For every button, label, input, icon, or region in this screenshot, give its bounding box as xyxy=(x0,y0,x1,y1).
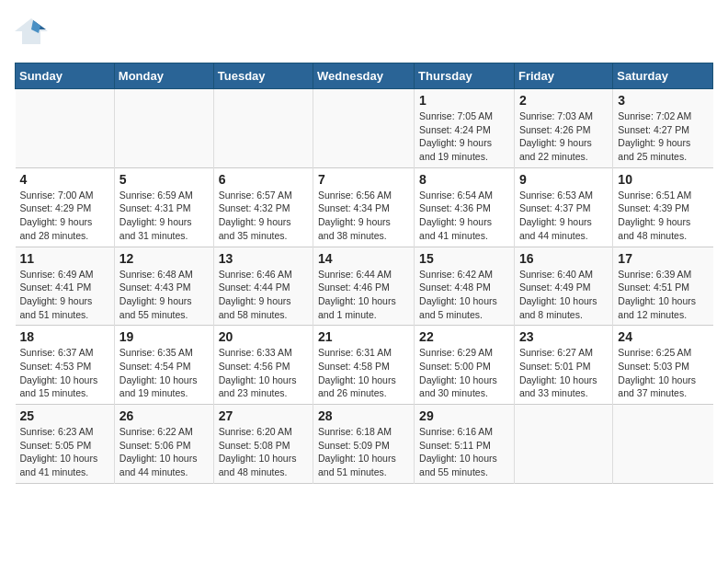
day-info: Sunrise: 6:49 AM Sunset: 4:41 PM Dayligh… xyxy=(20,268,109,322)
day-info: Sunrise: 6:53 AM Sunset: 4:37 PM Dayligh… xyxy=(519,189,608,243)
day-number: 28 xyxy=(318,408,409,423)
day-cell: 20Sunrise: 6:33 AM Sunset: 4:56 PM Dayli… xyxy=(213,326,313,405)
day-number: 17 xyxy=(618,251,708,266)
day-number: 24 xyxy=(618,329,708,344)
day-info: Sunrise: 6:48 AM Sunset: 4:43 PM Dayligh… xyxy=(119,268,209,322)
logo-icon xyxy=(15,15,48,48)
day-number: 15 xyxy=(419,251,509,266)
header-row: SundayMondayTuesdayWednesdayThursdayFrid… xyxy=(16,63,713,89)
day-number: 19 xyxy=(119,329,209,344)
day-info: Sunrise: 6:54 AM Sunset: 4:36 PM Dayligh… xyxy=(419,189,509,243)
day-cell: 16Sunrise: 6:40 AM Sunset: 4:49 PM Dayli… xyxy=(514,247,612,326)
day-cell xyxy=(514,405,612,484)
day-cell: 2Sunrise: 7:03 AM Sunset: 4:26 PM Daylig… xyxy=(514,89,612,168)
day-number: 5 xyxy=(119,172,209,187)
day-info: Sunrise: 6:57 AM Sunset: 4:32 PM Dayligh… xyxy=(219,189,308,243)
day-cell: 11Sunrise: 6:49 AM Sunset: 4:41 PM Dayli… xyxy=(16,247,115,326)
day-number: 20 xyxy=(219,329,308,344)
day-info: Sunrise: 7:02 AM Sunset: 4:27 PM Dayligh… xyxy=(618,109,708,164)
day-cell: 29Sunrise: 6:16 AM Sunset: 5:11 PM Dayli… xyxy=(415,405,515,484)
header-day-tuesday: Tuesday xyxy=(213,63,313,89)
day-cell: 21Sunrise: 6:31 AM Sunset: 4:58 PM Dayli… xyxy=(313,326,415,405)
day-cell xyxy=(613,405,713,484)
day-number: 25 xyxy=(20,408,109,423)
calendar-header: SundayMondayTuesdayWednesdayThursdayFrid… xyxy=(16,63,713,89)
day-info: Sunrise: 6:44 AM Sunset: 4:46 PM Dayligh… xyxy=(318,268,409,322)
header-day-saturday: Saturday xyxy=(613,63,713,89)
day-number: 11 xyxy=(20,251,109,266)
day-cell: 26Sunrise: 6:22 AM Sunset: 5:06 PM Dayli… xyxy=(114,405,213,484)
day-cell: 9Sunrise: 6:53 AM Sunset: 4:37 PM Daylig… xyxy=(514,167,612,247)
week-row-1: 1Sunrise: 7:05 AM Sunset: 4:24 PM Daylig… xyxy=(16,89,713,168)
day-cell: 27Sunrise: 6:20 AM Sunset: 5:08 PM Dayli… xyxy=(213,405,313,484)
day-cell xyxy=(114,89,213,168)
day-info: Sunrise: 6:23 AM Sunset: 5:05 PM Dayligh… xyxy=(20,425,109,479)
day-cell: 15Sunrise: 6:42 AM Sunset: 4:48 PM Dayli… xyxy=(415,247,515,326)
day-info: Sunrise: 6:51 AM Sunset: 4:39 PM Dayligh… xyxy=(618,189,708,243)
day-info: Sunrise: 7:05 AM Sunset: 4:24 PM Dayligh… xyxy=(419,109,509,164)
day-info: Sunrise: 6:37 AM Sunset: 4:53 PM Dayligh… xyxy=(20,346,109,400)
day-info: Sunrise: 6:31 AM Sunset: 4:58 PM Dayligh… xyxy=(318,346,409,400)
header-day-wednesday: Wednesday xyxy=(313,63,415,89)
day-info: Sunrise: 6:40 AM Sunset: 4:49 PM Dayligh… xyxy=(519,268,608,322)
day-number: 12 xyxy=(119,251,209,266)
day-cell: 18Sunrise: 6:37 AM Sunset: 4:53 PM Dayli… xyxy=(16,326,115,405)
day-cell: 5Sunrise: 6:59 AM Sunset: 4:31 PM Daylig… xyxy=(114,167,213,247)
day-number: 27 xyxy=(219,408,308,423)
day-cell: 6Sunrise: 6:57 AM Sunset: 4:32 PM Daylig… xyxy=(213,167,313,247)
day-info: Sunrise: 6:16 AM Sunset: 5:11 PM Dayligh… xyxy=(419,425,509,479)
day-info: Sunrise: 6:25 AM Sunset: 5:03 PM Dayligh… xyxy=(618,346,708,400)
day-number: 8 xyxy=(419,172,509,187)
day-number: 29 xyxy=(419,408,509,423)
day-cell: 19Sunrise: 6:35 AM Sunset: 4:54 PM Dayli… xyxy=(114,326,213,405)
day-info: Sunrise: 6:39 AM Sunset: 4:51 PM Dayligh… xyxy=(618,268,708,322)
day-cell xyxy=(16,89,115,168)
logo xyxy=(15,15,51,52)
day-cell xyxy=(313,89,415,168)
day-cell: 1Sunrise: 7:05 AM Sunset: 4:24 PM Daylig… xyxy=(415,89,515,168)
day-number: 16 xyxy=(519,251,608,266)
day-cell: 8Sunrise: 6:54 AM Sunset: 4:36 PM Daylig… xyxy=(415,167,515,247)
day-number: 2 xyxy=(519,93,608,108)
day-number: 4 xyxy=(20,172,109,187)
day-cell: 3Sunrise: 7:02 AM Sunset: 4:27 PM Daylig… xyxy=(613,89,713,168)
day-info: Sunrise: 6:59 AM Sunset: 4:31 PM Dayligh… xyxy=(119,189,209,243)
day-number: 18 xyxy=(20,329,109,344)
day-cell: 10Sunrise: 6:51 AM Sunset: 4:39 PM Dayli… xyxy=(613,167,713,247)
week-row-2: 4Sunrise: 7:00 AM Sunset: 4:29 PM Daylig… xyxy=(16,167,713,247)
day-cell: 28Sunrise: 6:18 AM Sunset: 5:09 PM Dayli… xyxy=(313,405,415,484)
day-number: 7 xyxy=(318,172,409,187)
week-row-4: 18Sunrise: 6:37 AM Sunset: 4:53 PM Dayli… xyxy=(16,326,713,405)
day-info: Sunrise: 7:03 AM Sunset: 4:26 PM Dayligh… xyxy=(519,109,608,164)
day-number: 1 xyxy=(419,93,509,108)
day-cell: 23Sunrise: 6:27 AM Sunset: 5:01 PM Dayli… xyxy=(514,326,612,405)
day-info: Sunrise: 6:33 AM Sunset: 4:56 PM Dayligh… xyxy=(219,346,308,400)
header-day-thursday: Thursday xyxy=(415,63,515,89)
day-number: 3 xyxy=(618,93,708,108)
day-number: 22 xyxy=(419,329,509,344)
day-info: Sunrise: 7:00 AM Sunset: 4:29 PM Dayligh… xyxy=(20,189,109,243)
day-info: Sunrise: 6:18 AM Sunset: 5:09 PM Dayligh… xyxy=(318,425,409,479)
page-header xyxy=(15,15,713,52)
day-cell: 24Sunrise: 6:25 AM Sunset: 5:03 PM Dayli… xyxy=(613,326,713,405)
day-info: Sunrise: 6:56 AM Sunset: 4:34 PM Dayligh… xyxy=(318,189,409,243)
week-row-3: 11Sunrise: 6:49 AM Sunset: 4:41 PM Dayli… xyxy=(16,247,713,326)
day-cell: 25Sunrise: 6:23 AM Sunset: 5:05 PM Dayli… xyxy=(16,405,115,484)
day-info: Sunrise: 6:29 AM Sunset: 5:00 PM Dayligh… xyxy=(419,346,509,400)
day-number: 10 xyxy=(618,172,708,187)
calendar-table: SundayMondayTuesdayWednesdayThursdayFrid… xyxy=(15,63,713,484)
day-info: Sunrise: 6:27 AM Sunset: 5:01 PM Dayligh… xyxy=(519,346,608,400)
day-number: 13 xyxy=(219,251,308,266)
day-cell: 17Sunrise: 6:39 AM Sunset: 4:51 PM Dayli… xyxy=(613,247,713,326)
day-info: Sunrise: 6:22 AM Sunset: 5:06 PM Dayligh… xyxy=(119,425,209,479)
calendar-body: 1Sunrise: 7:05 AM Sunset: 4:24 PM Daylig… xyxy=(16,89,713,484)
day-info: Sunrise: 6:35 AM Sunset: 4:54 PM Dayligh… xyxy=(119,346,209,400)
day-number: 26 xyxy=(119,408,209,423)
day-info: Sunrise: 6:42 AM Sunset: 4:48 PM Dayligh… xyxy=(419,268,509,322)
header-day-sunday: Sunday xyxy=(16,63,115,89)
header-day-monday: Monday xyxy=(114,63,213,89)
day-cell: 14Sunrise: 6:44 AM Sunset: 4:46 PM Dayli… xyxy=(313,247,415,326)
week-row-5: 25Sunrise: 6:23 AM Sunset: 5:05 PM Dayli… xyxy=(16,405,713,484)
day-number: 14 xyxy=(318,251,409,266)
header-day-friday: Friday xyxy=(514,63,612,89)
